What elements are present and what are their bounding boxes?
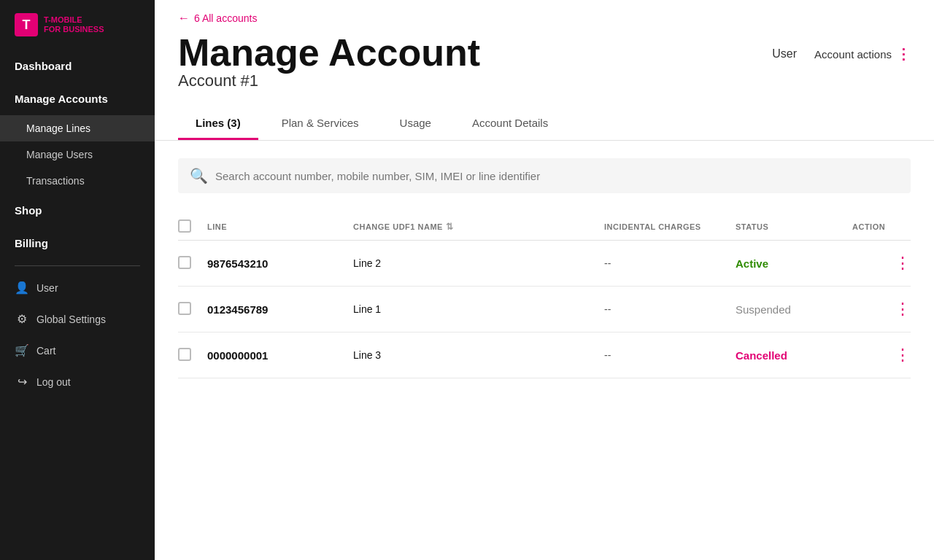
topbar: ← 6 All accounts Manage Account Account …	[155, 0, 934, 141]
manage-accounts-label: Manage Accounts	[15, 93, 108, 105]
sidebar-sub-item-transactions[interactable]: Transactions	[0, 168, 155, 194]
row3-line: 0000000001	[207, 349, 353, 362]
logout-icon: ↪	[15, 375, 29, 389]
account-number: Account #1	[178, 71, 480, 90]
sidebar-item-global-settings[interactable]: ⚙ Global Settings	[0, 303, 155, 335]
manage-lines-label: Manage Lines	[26, 122, 90, 134]
logo-line1: T-MOBILE	[44, 15, 104, 25]
search-bar: 🔍	[178, 158, 911, 193]
tabs-bar: Lines (3) Plan & Services Usage Account …	[178, 108, 911, 140]
th-udf1-label: CHANGE UDF1 NAME	[353, 222, 443, 231]
row3-checkbox[interactable]	[178, 348, 207, 363]
row2-action-button[interactable]: ⋮	[852, 300, 911, 319]
title-group: Manage Account Account #1	[178, 34, 480, 102]
th-line: LINE	[207, 222, 353, 231]
tab-plan-services-label: Plan & Services	[282, 117, 359, 129]
sidebar-item-manage-accounts[interactable]: Manage Accounts	[0, 82, 155, 115]
th-status: STATUS	[736, 222, 852, 231]
row1-line: 9876543210	[207, 257, 353, 270]
gear-icon: ⚙	[15, 312, 29, 326]
th-charges: INCIDENTAL CHARGES	[604, 222, 736, 231]
header-row: Manage Account Account #1 User Account a…	[178, 34, 911, 102]
row3-charges: --	[604, 349, 736, 361]
row3-udf1: Line 3	[353, 349, 604, 361]
row1-action-button[interactable]: ⋮	[852, 254, 911, 273]
three-dots-icon: ⋮	[896, 45, 911, 63]
row2-status: Suspended	[736, 303, 852, 316]
global-settings-label: Global Settings	[36, 314, 106, 325]
account-actions-button[interactable]: Account actions ⋮	[814, 45, 911, 63]
svg-text:T: T	[23, 18, 31, 32]
row1-checkbox[interactable]	[178, 256, 207, 271]
sidebar-item-dashboard[interactable]: Dashboard	[0, 50, 155, 82]
manage-users-label: Manage Users	[26, 149, 93, 160]
page-title: Manage Account	[178, 34, 480, 71]
user-label: User	[36, 282, 58, 294]
cart-label: Cart	[36, 345, 55, 357]
tab-plan-services[interactable]: Plan & Services	[264, 108, 377, 140]
row2-charges: --	[604, 303, 736, 315]
table-row: 0123456789 Line 1 -- Suspended ⋮	[178, 287, 911, 332]
sidebar: T T-MOBILE FOR BUSINESS Dashboard Manage…	[0, 0, 155, 560]
sidebar-sub-item-manage-users[interactable]: Manage Users	[0, 141, 155, 168]
row3-action-button[interactable]: ⋮	[852, 346, 911, 365]
tab-lines-label: Lines (3)	[196, 117, 241, 129]
th-udf1[interactable]: CHANGE UDF1 NAME ⇅	[353, 222, 604, 232]
lines-table: LINE CHANGE UDF1 NAME ⇅ INCIDENTAL CHARG…	[178, 214, 911, 378]
row2-udf1: Line 1	[353, 303, 604, 315]
back-link-text: 6 All accounts	[194, 12, 257, 24]
row1-status: Active	[736, 257, 852, 270]
sidebar-item-cart[interactable]: 🛒 Cart	[0, 335, 155, 366]
sidebar-item-user[interactable]: 👤 User	[0, 272, 155, 303]
back-arrow-icon: ←	[178, 12, 190, 25]
row2-checkbox[interactable]	[178, 302, 207, 317]
billing-label: Billing	[15, 237, 48, 249]
sort-icon: ⇅	[446, 222, 454, 232]
logout-label: Log out	[36, 376, 71, 388]
transactions-label: Transactions	[26, 175, 85, 187]
sidebar-divider	[15, 265, 140, 266]
sidebar-item-billing[interactable]: Billing	[0, 227, 155, 260]
search-icon: 🔍	[190, 167, 208, 184]
back-link[interactable]: ← 6 All accounts	[178, 12, 911, 25]
dashboard-label: Dashboard	[15, 60, 72, 72]
th-action: ACTION	[852, 222, 911, 231]
header-right: User Account actions ⋮	[772, 45, 911, 63]
table-row: 0000000001 Line 3 -- Cancelled ⋮	[178, 332, 911, 378]
sidebar-sub-item-manage-lines[interactable]: Manage Lines	[0, 115, 155, 141]
content-area: 🔍 LINE CHANGE UDF1 NAME ⇅ INCIDENTAL CHA…	[155, 141, 934, 396]
row1-udf1: Line 2	[353, 257, 604, 269]
cart-icon: 🛒	[15, 343, 29, 357]
table-row: 9876543210 Line 2 -- Active ⋮	[178, 241, 911, 287]
tab-account-details-label: Account Details	[472, 117, 548, 129]
tab-usage[interactable]: Usage	[382, 108, 449, 140]
shop-label: Shop	[15, 204, 42, 217]
user-role-label: User	[772, 47, 797, 61]
row3-status: Cancelled	[736, 349, 852, 362]
table-header: LINE CHANGE UDF1 NAME ⇅ INCIDENTAL CHARG…	[178, 214, 911, 241]
tmobile-logo-icon: T	[15, 13, 38, 36]
row2-line: 0123456789	[207, 303, 353, 316]
tab-account-details[interactable]: Account Details	[455, 108, 566, 140]
select-all-checkbox[interactable]	[178, 219, 191, 233]
tab-usage-label: Usage	[400, 117, 431, 129]
sidebar-item-shop[interactable]: Shop	[0, 194, 155, 227]
sidebar-logo: T T-MOBILE FOR BUSINESS	[0, 0, 155, 50]
back-count: 6	[194, 12, 200, 24]
user-icon: 👤	[15, 281, 29, 295]
sidebar-item-logout[interactable]: ↪ Log out	[0, 366, 155, 397]
back-label: All accounts	[202, 12, 257, 24]
account-actions-label: Account actions	[814, 48, 892, 61]
row1-charges: --	[604, 257, 736, 269]
search-input[interactable]	[215, 170, 899, 182]
main-content: ← 6 All accounts Manage Account Account …	[155, 0, 934, 560]
th-checkbox	[178, 219, 207, 234]
tab-lines[interactable]: Lines (3)	[178, 108, 258, 140]
logo-line2: FOR BUSINESS	[44, 25, 104, 34]
